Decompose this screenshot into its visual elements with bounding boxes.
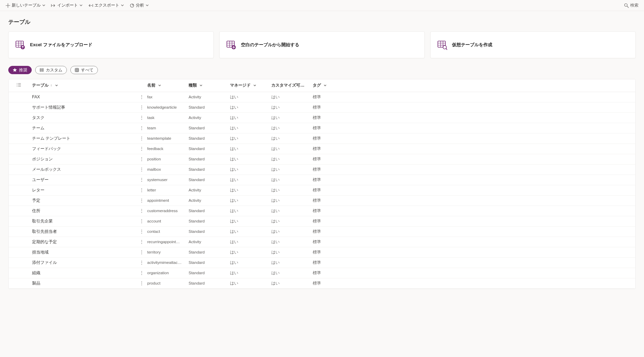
row-select-cell[interactable] (9, 226, 29, 237)
row-name-cell: task (144, 112, 186, 123)
row-select-cell[interactable] (9, 206, 29, 216)
table-link[interactable]: 取引先企業 (32, 219, 53, 224)
pill-recommended[interactable]: 推奨 (8, 66, 32, 74)
table-link[interactable]: サポート情報記事 (32, 105, 65, 110)
row-select-cell[interactable] (9, 154, 29, 164)
pill-custom[interactable]: カスタム (35, 66, 67, 74)
column-select[interactable] (9, 79, 29, 92)
more-actions-icon[interactable]: ⋮ (139, 116, 144, 120)
table-link[interactable]: レター (32, 188, 44, 192)
export-button[interactable]: エクスポート (85, 1, 127, 10)
more-actions-icon[interactable]: ⋮ (139, 95, 144, 99)
more-actions-icon[interactable]: ⋮ (139, 198, 144, 202)
row-managed-cell: はい (227, 268, 269, 278)
column-name[interactable]: 名前 (144, 79, 186, 92)
table-link[interactable]: FAX (32, 95, 40, 99)
table-link[interactable]: 定期的な予定 (32, 239, 57, 244)
more-actions-icon[interactable]: ⋮ (139, 105, 144, 109)
row-select-cell[interactable] (9, 175, 29, 185)
row-select-cell[interactable] (9, 257, 29, 268)
row-select-cell[interactable] (9, 123, 29, 133)
card-upload-excel[interactable]: Excel ファイルをアップロード (8, 31, 214, 58)
table-row[interactable]: フィードバック⋮feedbackStandardはいはい標準 (9, 143, 635, 154)
more-actions-icon[interactable]: ⋮ (139, 219, 144, 223)
table-link[interactable]: タスク (32, 115, 44, 120)
row-select-cell[interactable] (9, 143, 29, 154)
row-select-cell[interactable] (9, 195, 29, 206)
column-type[interactable]: 種類 (186, 79, 227, 92)
more-actions-icon[interactable]: ⋮ (139, 136, 144, 140)
analyze-button[interactable]: 分析 (127, 1, 152, 10)
row-select-cell[interactable] (9, 216, 29, 226)
table-row[interactable]: ユーザー⋮systemuserStandardはいはい標準 (9, 175, 635, 185)
import-button[interactable]: インポート (48, 1, 85, 10)
table-link[interactable]: 住所 (32, 208, 40, 213)
table-row[interactable]: チーム テンプレート⋮teamtemplateStandardはいはい標準 (9, 133, 635, 143)
more-actions-icon[interactable]: ⋮ (139, 178, 144, 182)
table-link[interactable]: 添付ファイル (32, 260, 57, 265)
row-select-cell[interactable] (9, 237, 29, 247)
more-actions-icon[interactable]: ⋮ (139, 240, 144, 244)
table-row[interactable]: 製品⋮productStandardはいはい標準 (9, 278, 635, 288)
more-actions-icon[interactable]: ⋮ (139, 167, 144, 171)
row-select-cell[interactable] (9, 133, 29, 143)
table-link[interactable]: チーム テンプレート (32, 136, 70, 141)
card-virtual-table[interactable]: 仮想テーブルを作成 (430, 31, 636, 58)
table-row[interactable]: ポジション⋮positionStandardはいはい標準 (9, 154, 635, 164)
card-blank-table[interactable]: 空白のテーブルから開始する (219, 31, 425, 58)
more-actions-icon[interactable]: ⋮ (139, 147, 144, 151)
table-link[interactable]: メールボックス (32, 167, 61, 172)
table-row[interactable]: タスク⋮taskActivityはいはい標準 (9, 112, 635, 123)
row-select-cell[interactable] (9, 102, 29, 112)
more-actions-icon[interactable]: ⋮ (139, 281, 144, 285)
table-link[interactable]: 担当地域 (32, 250, 49, 255)
row-select-cell[interactable] (9, 247, 29, 257)
row-select-cell[interactable] (9, 268, 29, 278)
table-row[interactable]: 住所⋮customeraddressStandardはいはい標準 (9, 206, 635, 216)
more-actions-icon[interactable]: ⋮ (139, 188, 144, 192)
more-actions-icon[interactable]: ⋮ (139, 209, 144, 213)
row-select-cell[interactable] (9, 164, 29, 175)
table-row[interactable]: メールボックス⋮mailboxStandardはいはい標準 (9, 164, 635, 175)
table-row[interactable]: 予定⋮appointmentActivityはいはい標準 (9, 195, 635, 206)
table-link[interactable]: チーム (32, 126, 44, 130)
table-link[interactable]: 予定 (32, 198, 40, 203)
column-table[interactable]: テーブル ↑ (29, 79, 136, 92)
column-customizable[interactable]: カスタマイズ可能 (269, 79, 310, 92)
column-managed[interactable]: マネージド (227, 79, 269, 92)
table-row[interactable]: 組織⋮organizationStandardはいはい標準 (9, 268, 635, 278)
table-link[interactable]: ユーザー (32, 177, 49, 182)
search-button[interactable]: 検索 (621, 1, 641, 10)
table-row[interactable]: 担当地域⋮territoryStandardはいはい標準 (9, 247, 635, 257)
more-actions-icon[interactable]: ⋮ (139, 250, 144, 254)
table-link[interactable]: 製品 (32, 281, 40, 286)
row-type-cell: Standard (186, 278, 227, 288)
table-row[interactable]: FAX⋮faxActivityはいはい標準 (9, 92, 635, 102)
table-row[interactable]: チーム⋮teamStandardはいはい標準 (9, 123, 635, 133)
new-table-button[interactable]: 新しいテーブル (3, 1, 48, 10)
row-select-cell[interactable] (9, 112, 29, 123)
more-actions-icon[interactable]: ⋮ (139, 157, 144, 161)
table-link[interactable]: 取引先担当者 (32, 229, 57, 234)
more-actions-icon[interactable]: ⋮ (139, 229, 144, 234)
table-row[interactable]: レター⋮letterActivityはいはい標準 (9, 185, 635, 195)
more-actions-icon[interactable]: ⋮ (139, 126, 144, 130)
table-link[interactable]: ポジション (32, 157, 53, 161)
row-select-cell[interactable] (9, 185, 29, 195)
more-actions-icon[interactable]: ⋮ (139, 260, 144, 265)
row-actions-cell: ⋮ (136, 175, 144, 185)
more-actions-icon[interactable]: ⋮ (139, 271, 144, 275)
row-actions-cell: ⋮ (136, 268, 144, 278)
table-link[interactable]: 組織 (32, 270, 40, 275)
row-select-cell[interactable] (9, 92, 29, 102)
row-select-cell[interactable] (9, 278, 29, 288)
table-row[interactable]: 定期的な予定⋮recurringappointmentmas...Activit… (9, 237, 635, 247)
table-link[interactable]: フィードバック (32, 146, 61, 151)
table-row[interactable]: 取引先担当者⋮contactStandardはいはい標準 (9, 226, 635, 237)
table-row[interactable]: 取引先企業⋮accountStandardはいはい標準 (9, 216, 635, 226)
table-row[interactable]: 添付ファイル⋮activitymimeattachmentStandardはいは… (9, 257, 635, 268)
table-row[interactable]: サポート情報記事⋮knowledgearticleStandardはいはい標準 (9, 102, 635, 112)
column-tag[interactable]: タグ (310, 79, 635, 92)
pill-all[interactable]: すべて (70, 66, 98, 74)
row-table-cell: ユーザー (29, 175, 136, 185)
